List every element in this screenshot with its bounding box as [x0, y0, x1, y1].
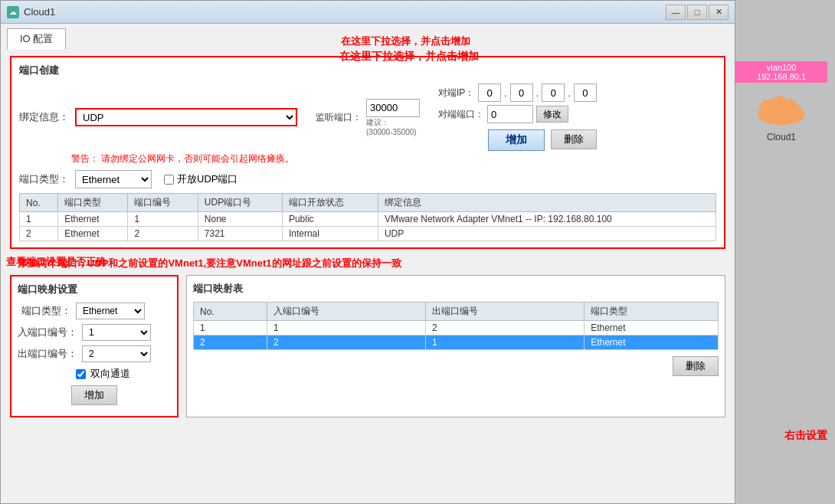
peer-ip-4[interactable] [574, 83, 597, 102]
title-bar-left: ☁ Cloud1 [7, 6, 55, 18]
peer-port-label: 对端端口： [438, 108, 484, 121]
delete-button[interactable]: 删除 [551, 129, 597, 149]
mapping-in-label: 入端口编号： [18, 326, 77, 339]
mapping-out-label: 出端口编号： [18, 347, 77, 361]
annotation-mid: 添加两个端口，UDP和之前设置的VMnet1,要注意VMnet1的网址跟之前设置… [18, 257, 725, 270]
port-mapping-title: 端口映射设置 [18, 283, 171, 296]
cloud-widget: vlan100 192.168.80.1 Cloud1 [735, 61, 827, 142]
col-status: 端口开放状态 [282, 194, 378, 212]
port-create-section: 端口创建 在这里下拉选择，并点击增加 绑定信息： UDP Ethernet Wi… [10, 56, 725, 249]
table-row[interactable]: 1 Ethernet 1 None Public VMware Network … [20, 212, 716, 227]
content-area: 在这里下拉选择，并点击增加 端口创建 在这里下拉选择，并点击增加 绑定信息： U… [1, 50, 735, 424]
mapping-table-row[interactable]: 1 1 2 Ethernet [194, 321, 719, 335]
suggestion-label: 建议： [366, 117, 420, 128]
peer-ip-label: 对端IP： [438, 87, 475, 100]
mapping-out-select[interactable]: 1 2 [82, 345, 151, 362]
maximize-button[interactable]: □ [687, 5, 707, 20]
binding-label: 绑定信息： [19, 110, 69, 124]
bottom-section: 查看端口设置是否正确 端口映射设置 端口类型： Ethernet Serial … [10, 275, 725, 417]
peer-port-input[interactable] [487, 105, 533, 123]
mapping-table: No. 入端口编号 出端口编号 端口类型 1 1 2 Ethernet [193, 302, 719, 350]
col-no: No. [20, 194, 58, 212]
binding-row: 绑定信息： UDP Ethernet WiFi 监听端口： 建议： (30000… [19, 83, 716, 151]
cloud-svg-icon[interactable] [751, 84, 812, 130]
suggestion-value: (30000-35000) [366, 128, 420, 136]
minimize-button[interactable]: — [666, 5, 686, 20]
port-type-label: 端口类型： [19, 172, 69, 186]
modify-button[interactable]: 修改 [536, 106, 568, 123]
title-bar: ☁ Cloud1 — □ ✕ [1, 1, 735, 24]
monitor-port-label: 监听端口： [316, 111, 362, 124]
mapping-delete-button[interactable]: 删除 [673, 356, 719, 376]
peer-ip-3[interactable] [542, 83, 565, 102]
app-icon: ☁ [7, 6, 19, 18]
mapping-in-select[interactable]: 1 2 [82, 324, 151, 341]
mcol-out: 出端口编号 [426, 303, 584, 321]
right-click-label: 右击设置 [784, 429, 827, 443]
mapping-in-row: 入端口编号： 1 2 [18, 324, 171, 341]
mapping-table-title: 端口映射表 [193, 282, 719, 296]
tab-io-config[interactable]: IO 配置 [7, 28, 66, 50]
window-title: Cloud1 [24, 6, 55, 18]
add-button-main[interactable]: 增加 [488, 129, 545, 151]
bidirectional-row: 双向通道 [18, 367, 171, 381]
mapping-add-button[interactable]: 增加 [71, 385, 117, 405]
warning-text: 警告： 请勿绑定公网网卡，否则可能会引起网络瘫痪。 [71, 152, 294, 165]
port-type-row: 端口类型： Ethernet Serial 开放UDP端口 [19, 170, 716, 188]
binding-select[interactable]: UDP Ethernet WiFi [75, 108, 297, 126]
mcol-in: 入端口编号 [267, 303, 425, 321]
port-create-title: 端口创建 [19, 64, 716, 77]
col-num: 端口编号 [128, 194, 198, 212]
mcol-no: No. [194, 303, 267, 321]
col-binding: 绑定信息 [378, 194, 715, 212]
close-button[interactable]: ✕ [709, 5, 729, 20]
cloud-vlan-label: vlan100 192.168.80.1 [735, 61, 827, 83]
mcol-type: 端口类型 [584, 303, 719, 321]
mapping-type-select[interactable]: Ethernet Serial [76, 303, 145, 319]
peer-ip-2[interactable] [510, 83, 533, 102]
mapping-out-row: 出端口编号： 1 2 [18, 345, 171, 362]
mapping-add-row: 增加 [18, 385, 171, 405]
port-table: No. 端口类型 端口编号 UDP端口号 端口开放状态 绑定信息 1 Ether… [19, 193, 716, 241]
mapping-type-row: 端口类型： Ethernet Serial [18, 303, 171, 319]
mapping-type-label: 端口类型： [18, 304, 71, 318]
open-udp-row: 开放UDP端口 [164, 172, 237, 186]
monitor-port-input[interactable] [366, 99, 420, 117]
open-udp-label: 开放UDP端口 [177, 172, 237, 186]
svg-point-4 [758, 106, 805, 126]
mapping-table-row-selected[interactable]: 2 2 1 Ethernet [194, 335, 719, 350]
title-buttons: — □ ✕ [666, 5, 729, 20]
col-type: 端口类型 [58, 194, 128, 212]
bidirectional-label: 双向通道 [90, 367, 130, 381]
col-udp: UDP端口号 [198, 194, 282, 212]
port-type-select[interactable]: Ethernet Serial [75, 170, 152, 188]
warning-row: 警告： 请勿绑定公网网卡，否则可能会引起网络瘫痪。 [19, 152, 716, 165]
open-udp-checkbox[interactable] [164, 175, 174, 185]
tab-bar: IO 配置 [1, 24, 735, 50]
table-row[interactable]: 2 Ethernet 2 7321 Internal UDP [20, 227, 716, 241]
port-mapping-table-section: 端口映射表 No. 入端口编号 出端口编号 端口类型 1 1 [186, 275, 725, 417]
bidirectional-checkbox[interactable] [76, 369, 86, 379]
peer-ip-1[interactable] [478, 83, 501, 102]
main-window: ☁ Cloud1 — □ ✕ IO 配置 在这里下拉选择，并点击增加 端口创建 … [0, 0, 735, 504]
cloud-name-label: Cloud1 [767, 132, 796, 142]
port-mapping-settings: 端口映射设置 端口类型： Ethernet Serial 入端口编号： 1 2 [10, 275, 178, 417]
